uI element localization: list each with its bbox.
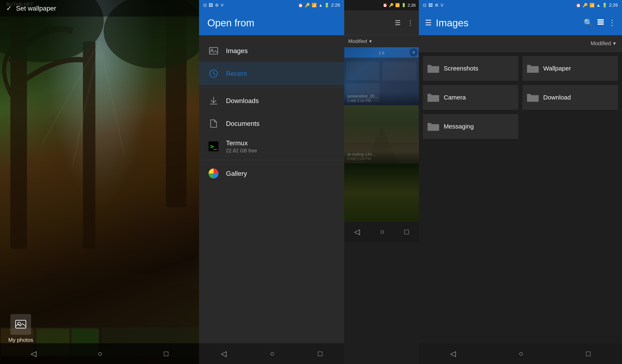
recents-button-img[interactable]: □ bbox=[404, 227, 409, 236]
home-button[interactable]: ○ bbox=[98, 349, 102, 358]
documents-icon bbox=[207, 117, 220, 130]
drawer-item-gallery-label: Gallery bbox=[226, 170, 247, 177]
panel2-nav-bar: ◁ ○ □ bbox=[199, 343, 344, 364]
status-icon-2: 🖼 bbox=[209, 3, 213, 8]
drawer-item-recent[interactable]: Recent bbox=[199, 62, 344, 85]
folder-camera-label: Camera bbox=[444, 94, 466, 101]
key-icon: 🔑 bbox=[305, 3, 310, 8]
folder-screenshots[interactable]: Screenshots bbox=[423, 56, 518, 81]
home-button-p3[interactable]: ○ bbox=[519, 349, 523, 358]
drawer-item-termux-text: Termux 22.82 GB free bbox=[226, 139, 257, 153]
back-button[interactable]: ◁ bbox=[31, 349, 37, 358]
gallery-icon-shape bbox=[209, 169, 218, 178]
p3-sort-arrow-icon[interactable]: ▾ bbox=[613, 40, 616, 47]
sort-arrow-icon[interactable]: ▾ bbox=[369, 38, 372, 44]
set-wallpaper-label: Set wallpaper bbox=[16, 4, 56, 12]
svg-rect-11 bbox=[16, 320, 26, 328]
termux-icon: >_ bbox=[207, 140, 220, 153]
wifi-icon: 📶 bbox=[312, 3, 317, 8]
drawer-item-downloads-label: Downloads bbox=[226, 97, 259, 105]
back-button-p3[interactable]: ◁ bbox=[450, 349, 456, 358]
p3-key-icon: 🔑 bbox=[583, 3, 588, 8]
signal-icon: ▲ bbox=[318, 3, 323, 8]
more-options-header-icon[interactable]: ⋮ bbox=[608, 19, 616, 27]
search-icon[interactable]: 🔍 bbox=[584, 19, 593, 27]
panel1-nav-bar: ◁ ○ □ bbox=[0, 343, 199, 364]
folder-screenshots-icon bbox=[427, 63, 440, 74]
images-icon bbox=[207, 45, 220, 57]
termux-icon-shape: >_ bbox=[209, 141, 218, 151]
status-time: 2:26 bbox=[331, 2, 340, 8]
back-button-img[interactable]: ◁ bbox=[354, 227, 360, 236]
set-wallpaper-bar[interactable]: ✓ Set wallpaper bbox=[0, 0, 199, 17]
drawer-item-gallery[interactable]: Gallery bbox=[199, 162, 344, 185]
folder-messaging[interactable]: Messaging bbox=[423, 114, 518, 139]
folder-camera[interactable]: Camera bbox=[423, 85, 518, 110]
panel3-title: Images bbox=[436, 17, 580, 29]
header-actions: 🔍 ⋮ bbox=[584, 19, 616, 27]
image-list-header: ☰ ⋮ bbox=[344, 10, 419, 35]
img-alarm-icon: ⏰ bbox=[383, 3, 387, 7]
p3-status-right: ⏰ 🔑 📶 ▲ 🔋 2:26 bbox=[576, 2, 618, 8]
svg-rect-25 bbox=[598, 21, 604, 23]
panel2-status-bar: ⊡ 🖼 ⚙ V ⏰ 🔑 📶 ▲ 🔋 2:26 bbox=[199, 0, 344, 10]
panel3-sort-bar: Modified ▾ bbox=[419, 35, 622, 52]
drawer-item-recent-label: Recent bbox=[226, 70, 247, 77]
status-icon-4: V bbox=[221, 3, 224, 8]
home-button-img[interactable]: ○ bbox=[380, 227, 384, 236]
image-thumb-1[interactable]: ✕ screenshot_20... 1 MB 2:26 PM 2 6 bbox=[344, 47, 419, 105]
svg-rect-19 bbox=[347, 62, 379, 80]
recents-button-p3[interactable]: □ bbox=[586, 349, 591, 358]
img-time: 2:26 bbox=[408, 3, 416, 8]
svg-text:2 6: 2 6 bbox=[379, 51, 384, 55]
drawer-item-gallery-text: Gallery bbox=[226, 170, 247, 177]
drawer-item-images-text: Images bbox=[226, 47, 248, 55]
img-battery-icon: 🔋 bbox=[401, 3, 406, 7]
recents-button[interactable]: □ bbox=[164, 349, 168, 358]
panel3-status-bar: ⊡ 🖼 ⚙ V ⏰ 🔑 📶 ▲ 🔋 2:26 bbox=[419, 0, 622, 10]
thumb-1-svg: 2 6 bbox=[344, 47, 419, 105]
image-list-nav-bar: ◁ ○ □ bbox=[344, 221, 419, 242]
image-thumb-2[interactable]: at-reding-140... 9 MB 2:24 PM bbox=[344, 105, 419, 163]
drawer-item-termux[interactable]: >_ Termux 22.82 GB free bbox=[199, 135, 344, 158]
drawer-divider-1 bbox=[199, 87, 344, 87]
p3-icon-3: ⚙ bbox=[435, 3, 439, 8]
svg-rect-13 bbox=[209, 47, 218, 54]
folder-wallpaper-label: Wallpaper bbox=[543, 65, 571, 72]
drawer-content: Images Recent bbox=[199, 35, 344, 343]
p3-sort-label: Modified bbox=[591, 40, 611, 47]
drawer-item-recent-text: Recent bbox=[226, 70, 247, 77]
folder-download-label: Download bbox=[543, 94, 571, 101]
recents-button-p2[interactable]: □ bbox=[318, 349, 323, 358]
view-list-icon[interactable] bbox=[597, 19, 604, 27]
p3-alarm-icon: ⏰ bbox=[576, 3, 581, 8]
my-photos-button[interactable]: My photos bbox=[8, 314, 33, 343]
svg-rect-24 bbox=[598, 19, 604, 20]
sort-label: Modified bbox=[348, 38, 367, 44]
status-icon-1: ⊡ bbox=[203, 3, 207, 8]
p3-icon-1: ⊡ bbox=[423, 3, 427, 8]
open-from-panel: ⊡ 🖼 ⚙ V ⏰ 🔑 📶 ▲ 🔋 2:26 Open from bbox=[199, 0, 419, 364]
list-view-icon[interactable]: ☰ bbox=[394, 18, 402, 28]
image-list-status-icons: ⏰ 🔑 📶 🔋 2:26 bbox=[383, 3, 416, 8]
folder-wallpaper[interactable]: Wallpaper bbox=[523, 56, 618, 81]
wallpaper-panel: BUTAB.NET ✓ Set wallpaper My photos ◁ ○ … bbox=[0, 0, 199, 364]
thumb-2-svg bbox=[344, 105, 419, 163]
more-options-icon[interactable]: ⋮ bbox=[406, 18, 415, 28]
folders-grid: Screenshots Wallpaper Camera bbox=[419, 52, 622, 343]
alarm-icon: ⏰ bbox=[298, 3, 303, 8]
back-button-p2[interactable]: ◁ bbox=[221, 349, 227, 358]
drawer-item-images[interactable]: Images bbox=[199, 39, 344, 62]
svg-rect-20 bbox=[383, 62, 417, 80]
image-thumb-3[interactable] bbox=[344, 163, 419, 221]
home-button-p2[interactable]: ○ bbox=[270, 349, 274, 358]
folder-screenshots-label: Screenshots bbox=[444, 65, 478, 72]
drawer-item-documents-label: Documents bbox=[226, 120, 260, 128]
p3-time: 2:26 bbox=[609, 2, 618, 8]
battery-icon: 🔋 bbox=[324, 3, 330, 8]
drawer-item-documents[interactable]: Documents bbox=[199, 112, 344, 135]
folder-download[interactable]: Download bbox=[523, 85, 618, 110]
folder-camera-icon bbox=[427, 92, 440, 103]
hamburger-menu-icon[interactable]: ☰ bbox=[425, 19, 432, 27]
drawer-item-downloads[interactable]: Downloads bbox=[199, 89, 344, 112]
